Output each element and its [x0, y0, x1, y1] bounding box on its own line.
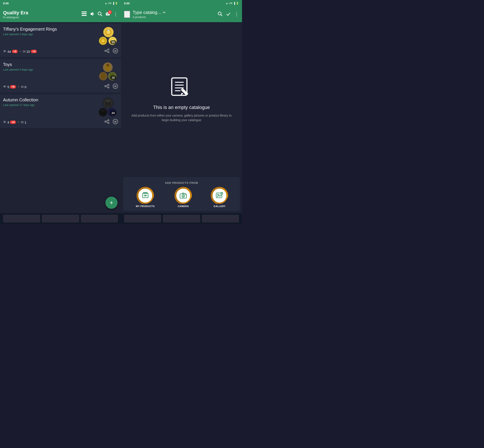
right-signal-icon: ▐	[233, 2, 235, 5]
app-bar-actions: 5 ⋮	[82, 11, 118, 17]
add-catalogue-fab[interactable]: +	[105, 197, 117, 209]
catalogue-stats-autumn: 👁 4 +4 • ✉ 1	[3, 120, 26, 125]
right-app-bar-actions: ⋮	[218, 11, 239, 17]
catalogue-top-rings: Tiffany's Engagement Rings Last opened 3…	[3, 26, 118, 46]
catalogue-top-autumn: Autumn Collection Last opened 17 days ag…	[3, 97, 118, 117]
catalogue-name-autumn: Autumn Collection	[3, 97, 98, 103]
right-nav-item-1[interactable]	[124, 215, 161, 223]
edit-catalogue-name-icon[interactable]: ✏	[163, 10, 166, 15]
svg-rect-1	[82, 13, 87, 14]
svg-line-14	[106, 50, 108, 51]
signal-icon: ▐	[112, 2, 114, 5]
whatsapp-icon-rings: W	[113, 48, 118, 53]
svg-line-26	[106, 87, 108, 88]
catalogue-item-autumn[interactable]: Autumn Collection Last opened 17 days ag…	[0, 94, 121, 128]
right-nav-item-2[interactable]	[163, 215, 200, 223]
whatsapp-icon-autumn: W	[113, 119, 118, 124]
svg-point-13	[105, 50, 106, 51]
right-bottom-nav	[121, 213, 242, 224]
right-nav-item-3[interactable]	[202, 215, 239, 223]
share-button-rings[interactable]	[104, 48, 109, 55]
lte-icon: LTE	[108, 2, 111, 4]
right-app-bar-title: Type catalog… ✏ 0 products	[133, 10, 215, 19]
messages-stat-autumn: ✉ 1	[21, 120, 26, 124]
svg-text:W: W	[114, 49, 117, 53]
catalogue-image-stack-toys: 18	[98, 62, 118, 81]
right-wifi-icon: ▲	[226, 2, 228, 5]
catalogue-actions-autumn: W	[104, 119, 118, 126]
messages-count-rings: 15	[26, 50, 30, 53]
whatsapp-icon-toys: W	[113, 84, 118, 89]
svg-line-15	[106, 51, 108, 52]
app-bar-title-section: Quality Era 9 catalogues	[3, 10, 28, 19]
whatsapp-button-autumn[interactable]: W	[113, 119, 118, 126]
search-icon	[98, 11, 102, 16]
app-title: Quality Era	[3, 10, 28, 16]
shirt-icon-2	[99, 109, 107, 116]
ring-image-2	[98, 36, 108, 45]
svg-marker-3	[91, 12, 93, 16]
right-search-button[interactable]	[218, 11, 222, 17]
svg-point-8	[107, 30, 109, 31]
left-nav-item-2[interactable]	[42, 215, 79, 223]
search-button[interactable]	[98, 11, 102, 17]
right-status-bar: 9:00 ▲ LTE ▐ 🔋	[121, 0, 242, 7]
message-icon-toys: ✉	[21, 85, 24, 89]
right-more-options-button[interactable]: ⋮	[234, 11, 239, 17]
catalogue-bottom-autumn: 👁 4 +4 • ✉ 1	[3, 119, 118, 126]
svg-text:W: W	[114, 120, 117, 123]
ring-icon-1	[104, 28, 113, 36]
catalogue-list: Tiffany's Engagement Rings Last opened 3…	[0, 22, 121, 213]
squiggle-ring-2-gallery	[208, 184, 231, 207]
catalog-name-text[interactable]: Type catalog…	[133, 10, 162, 15]
catalog-name-row: Type catalog… ✏	[133, 10, 215, 15]
svg-point-35	[108, 120, 109, 121]
left-time: 9:00	[3, 2, 9, 5]
left-status-icons: ▲ LTE ▐ 🔋	[105, 2, 118, 5]
svg-line-38	[106, 120, 108, 121]
add-products-options: + MY PRODUCTS	[125, 188, 238, 208]
ring-icon-2	[100, 37, 107, 44]
svg-line-43	[221, 15, 222, 16]
right-time: 9:00	[124, 2, 130, 5]
share-icon-autumn	[104, 119, 109, 124]
view-mode-button[interactable]	[82, 11, 87, 17]
share-button-toys[interactable]	[104, 84, 109, 90]
catalogue-item-rings[interactable]: Tiffany's Engagement Rings Last opened 3…	[0, 24, 121, 57]
messages-count-toys: 0	[24, 85, 26, 89]
right-search-icon	[218, 11, 222, 16]
confirm-button[interactable]	[226, 11, 231, 17]
messages-stat-toys: ✉ 0	[21, 85, 26, 89]
gallery-circle	[212, 188, 227, 203]
add-from-gallery-option[interactable]: GALLERY	[212, 188, 227, 208]
svg-point-20	[101, 73, 106, 80]
svg-rect-0	[82, 11, 87, 12]
svg-point-37	[105, 121, 106, 122]
share-button-autumn[interactable]	[104, 119, 109, 125]
left-nav-item-1[interactable]	[3, 215, 40, 223]
toy-image-1	[102, 62, 113, 73]
back-button[interactable]: ←	[124, 11, 130, 18]
notification-button[interactable]: 5	[105, 11, 110, 17]
catalogue-info-autumn: Autumn Collection Last opened 17 days ag…	[3, 97, 98, 107]
more-options-button[interactable]: ⋮	[113, 11, 118, 17]
catalogue-actions-toys: W	[104, 84, 118, 90]
add-products-section: ADD PRODUCTS FROM +	[123, 177, 240, 211]
wifi-icon: ▲	[105, 2, 107, 5]
add-from-products-option[interactable]: + MY PRODUCTS	[136, 188, 155, 208]
catalogue-item-toys[interactable]: Toys Last opened 4 days ago	[0, 59, 121, 93]
left-nav-item-3[interactable]	[81, 215, 118, 223]
empty-catalogue-subtitle: Add products from either your camera, ga…	[127, 113, 235, 122]
whatsapp-button-rings[interactable]: W	[113, 48, 118, 55]
catalogue-info-toys: Toys Last opened 4 days ago	[3, 62, 98, 71]
views-stat-toys: 👁 5 +5	[3, 85, 16, 89]
speaker-button[interactable]	[90, 11, 94, 17]
products-circle: +	[138, 188, 153, 203]
views-count-autumn: 4	[7, 120, 9, 124]
eye-icon-autumn: 👁	[3, 120, 7, 124]
whatsapp-button-toys[interactable]: W	[113, 84, 118, 90]
products-label: MY PRODUCTS	[136, 205, 155, 208]
message-icon-autumn: ✉	[21, 120, 24, 124]
messages-stat-rings: ✉ 15 +3	[23, 49, 37, 54]
add-from-camera-option[interactable]: CAMERA	[176, 188, 191, 208]
